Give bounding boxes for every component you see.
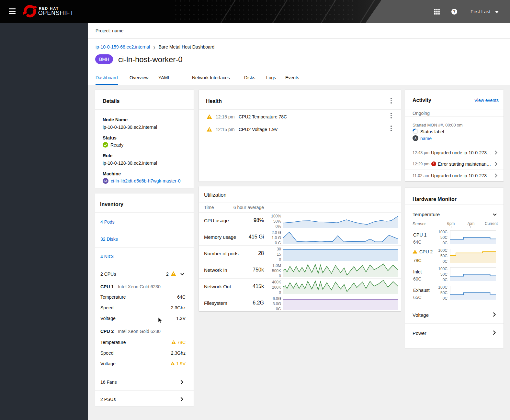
svg-text:A: A: [414, 137, 417, 140]
svg-text:M: M: [104, 179, 107, 183]
svg-text:?: ?: [453, 9, 456, 14]
